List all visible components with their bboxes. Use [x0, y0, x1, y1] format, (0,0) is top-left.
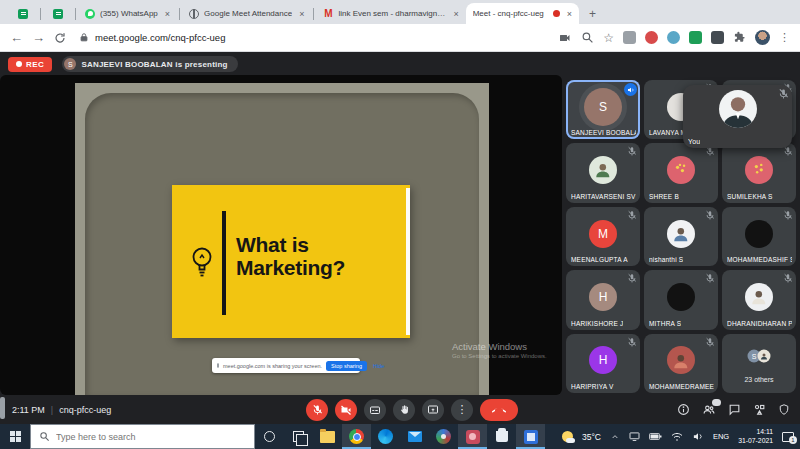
participant-tile[interactable]: S SANJEEVI BOOBALAN	[566, 80, 640, 139]
photos-app-icon	[466, 430, 480, 444]
language-indicator[interactable]: ENG	[713, 432, 729, 441]
task-view-button[interactable]	[284, 424, 313, 449]
recording-banner: REC S SANJEEVI BOOBALAN is presenting	[8, 56, 238, 72]
address-bar[interactable]: meet.google.com/cnq-pfcc-ueg	[75, 28, 549, 48]
captions-button[interactable]	[364, 399, 386, 421]
extension-grid-icon[interactable]	[711, 31, 724, 44]
slide: What isMarketing?	[172, 185, 410, 338]
extension-teal-icon[interactable]	[667, 31, 680, 44]
extension-green-icon[interactable]	[689, 31, 702, 44]
participant-tile[interactable]: DHARANIDHARAN P	[722, 270, 796, 329]
mail-button[interactable]	[400, 424, 429, 449]
forward-icon[interactable]: →	[32, 31, 45, 44]
raise-hand-button[interactable]	[393, 399, 415, 421]
profile-avatar[interactable]	[755, 30, 770, 45]
cortana-icon	[264, 431, 275, 442]
present-screen-button[interactable]	[422, 399, 444, 421]
self-view-tile[interactable]: You	[683, 85, 792, 148]
tab-close-icon[interactable]: ×	[453, 9, 458, 19]
avatar-photo	[667, 346, 695, 374]
rec-badge: REC	[8, 57, 52, 72]
tray-display-icon[interactable]	[629, 432, 640, 441]
camera-toggle-button[interactable]	[335, 399, 357, 421]
presenting-pill: S SANJEEVI BOOBALAN is presenting	[62, 56, 237, 72]
tray-network-icon[interactable]	[671, 432, 683, 442]
participant-name: MOHAMMEDASHIF S	[727, 256, 792, 263]
lock-icon	[79, 32, 89, 43]
tab-meet-active[interactable]: Meet - cnq-pfcc-ueg ×	[466, 3, 579, 24]
participant-tile[interactable]: MOHAMMEDRAMEE...	[644, 334, 718, 393]
scrollbar-thumb[interactable]	[0, 397, 5, 419]
weather-temp[interactable]: 35°C	[582, 432, 601, 442]
cast-camera-icon[interactable]	[558, 32, 572, 44]
participants-icon[interactable]	[702, 403, 716, 416]
tab-recording-indicator	[553, 10, 560, 17]
tray-battery-icon[interactable]	[649, 432, 662, 441]
tray-chevron-icon[interactable]	[610, 433, 620, 441]
weather-icon[interactable]	[562, 431, 573, 442]
media-app-button[interactable]	[429, 424, 458, 449]
tab-whatsapp[interactable]: (355) WhatsApp ×	[78, 3, 177, 24]
participant-tile[interactable]: MITHRA S	[644, 270, 718, 329]
mic-toggle-button[interactable]	[306, 399, 328, 421]
overflow-tile[interactable]: S 23 others	[722, 334, 796, 393]
zoom-icon[interactable]	[581, 31, 594, 44]
new-tab-button[interactable]: +	[589, 7, 596, 21]
action-center-icon[interactable]: 1	[782, 432, 794, 442]
hide-link[interactable]: Hide	[373, 363, 384, 369]
tab-separator	[40, 8, 41, 20]
participant-tile[interactable]: SHREE B	[644, 143, 718, 202]
participant-tile[interactable]: M MEENALGUPTA A	[566, 207, 640, 266]
participant-tile[interactable]: HARITAVARSENI SV	[566, 143, 640, 202]
avatar	[745, 220, 773, 248]
participant-tile[interactable]: H HARIPRIYA V	[566, 334, 640, 393]
end-call-button[interactable]	[480, 399, 518, 421]
browser-menu-icon[interactable]: ⋮	[779, 31, 790, 44]
tray-volume-icon[interactable]	[692, 431, 704, 442]
clock-date: 31-07-2021	[738, 437, 773, 444]
rec-dot-icon	[16, 61, 22, 67]
search-input[interactable]	[56, 432, 226, 442]
taskbar-search[interactable]	[30, 424, 255, 449]
tab-gmail[interactable]: M link Even sem - dharmavignesh ×	[316, 3, 465, 24]
pinned-tab-sheets-2[interactable]	[43, 3, 73, 24]
tab-close-icon[interactable]: ×	[165, 9, 170, 19]
edge-button[interactable]	[371, 424, 400, 449]
presentation-stage: What isMarketing? meet.google.com is sha…	[0, 75, 562, 395]
tab-meet-attendance[interactable]: Google Meet Attendance ×	[182, 3, 311, 24]
avatar	[667, 283, 695, 311]
extension-pip-icon[interactable]	[623, 31, 636, 44]
tab-close-icon[interactable]: ×	[567, 9, 572, 19]
participant-tile[interactable]: H HARIKISHORE J	[566, 270, 640, 329]
extensions-puzzle-icon[interactable]	[733, 31, 746, 44]
back-icon[interactable]: ←	[10, 31, 23, 44]
start-button[interactable]	[0, 424, 30, 449]
blue-app-button[interactable]	[516, 424, 545, 449]
activate-windows-watermark: Activate Windows Go to Settings to activ…	[452, 341, 562, 359]
host-controls-icon[interactable]	[778, 403, 790, 416]
stop-sharing-button[interactable]: Stop sharing	[326, 361, 367, 371]
chrome-button[interactable]	[342, 424, 371, 449]
extension-red-icon[interactable]	[645, 31, 658, 44]
chrome-icon	[349, 429, 364, 444]
file-explorer-button[interactable]	[313, 424, 342, 449]
participant-tile[interactable]: SUMILEKHA S	[722, 143, 796, 202]
chat-icon[interactable]	[728, 403, 741, 416]
participant-tile[interactable]: MOHAMMEDASHIF S	[722, 207, 796, 266]
meeting-details-icon[interactable]	[677, 403, 690, 416]
activities-icon[interactable]	[753, 403, 766, 416]
cortana-button[interactable]	[255, 424, 284, 449]
reload-icon[interactable]	[54, 32, 66, 44]
whatsapp-icon	[85, 9, 95, 19]
photos-app-button[interactable]	[458, 424, 487, 449]
mic-off-icon	[783, 210, 793, 220]
more-options-button[interactable]: ⋮	[451, 399, 473, 421]
bookmark-star-icon[interactable]: ☆	[603, 31, 614, 45]
meeting-code[interactable]: cnq-pfcc-ueg	[59, 405, 111, 415]
store-button[interactable]	[487, 424, 516, 449]
taskbar-clock[interactable]: 14:11 31-07-2021	[738, 428, 773, 445]
tab-close-icon[interactable]: ×	[299, 9, 304, 19]
pinned-tab-sheets-1[interactable]	[8, 3, 38, 24]
avatar-photo	[745, 283, 773, 311]
participant-tile[interactable]: nishanthi S	[644, 207, 718, 266]
